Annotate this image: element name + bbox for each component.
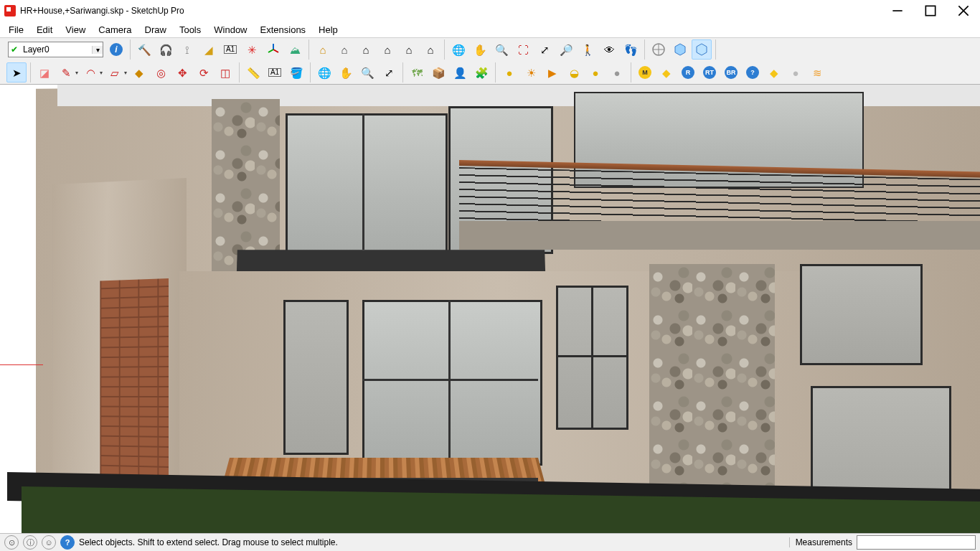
menu-draw[interactable]: Draw — [139, 22, 172, 37]
sandbox-icon[interactable]: ⛰ — [285, 39, 305, 60]
material-badge-button[interactable]: M — [635, 62, 655, 83]
axes-burst-icon[interactable]: ✳ — [242, 39, 262, 60]
grey-dot-button[interactable]: ● — [786, 62, 806, 83]
info-icon: i — [110, 43, 123, 56]
dome-light-icon[interactable]: ◒ — [564, 62, 584, 83]
menu-edit[interactable]: Edit — [31, 22, 58, 37]
sphere-light-icon[interactable]: ● — [499, 62, 519, 83]
protractor-icon[interactable]: ◢ — [199, 39, 219, 60]
move-tool-button[interactable]: ✥ — [172, 62, 192, 83]
maximize-button[interactable] — [914, 0, 947, 22]
toolbar-area: ✔ Layer0 ▾ i 🔨 🎧 ⟟ ◢ A1 ✳ ⛰ ⌂ ⌂ ⌂ ⌂ ⌂ ⌂ … — [0, 37, 980, 85]
3d-warehouse-icon[interactable]: 📦 — [428, 62, 448, 83]
zoom-extents-icon[interactable]: ⤢ — [534, 39, 555, 60]
measurements-input[interactable] — [857, 535, 976, 550]
front-view-icon[interactable] — [692, 39, 712, 60]
chevron-down-icon[interactable]: ▾ — [92, 46, 103, 54]
toolbar-row-2: ➤ ◪ ✎▾ ◠▾ ▱▾ ◆ ◎ ✥ ⟳ ◫ 📏 A1 🪣 🌐 ✋ 🔍 ⤢ 🗺 … — [0, 61, 980, 84]
menu-extensions[interactable]: Extensions — [255, 22, 312, 37]
render-r-button[interactable]: R — [678, 62, 698, 83]
select-tool-button[interactable]: ➤ — [6, 62, 27, 83]
zoom-selection-icon[interactable]: ⛶ — [513, 39, 533, 60]
zoom3-icon[interactable]: 🔍 — [357, 62, 377, 83]
orbit2-icon[interactable]: 🌐 — [314, 62, 334, 83]
menu-tools[interactable]: Tools — [174, 22, 207, 37]
menu-view[interactable]: View — [60, 22, 91, 37]
render-badges-group: M ◆ R RT BR ? ◆ ● ≋ — [631, 62, 831, 83]
status-hint: Select objects. Shift to extend select. … — [79, 537, 338, 547]
style-house5-icon[interactable]: ⌂ — [399, 39, 419, 60]
window-title: HR+House,+Sariwangi.skp - SketchUp Pro — [20, 6, 184, 16]
layer-dropdown[interactable]: ✔ Layer0 ▾ — [8, 42, 103, 57]
arc-tool-button[interactable]: ◠ — [80, 62, 100, 83]
paint-tool-button[interactable]: 🪣 — [286, 62, 306, 83]
render-br-button[interactable]: BR — [721, 62, 741, 83]
style-house6-icon[interactable]: ⌂ — [420, 39, 440, 60]
walk-icon[interactable]: 👣 — [621, 39, 641, 60]
mesh-light-icon[interactable]: ● — [607, 62, 627, 83]
viewport-3d[interactable] — [0, 85, 980, 535]
diamond-badge-button[interactable]: ◆ — [656, 62, 677, 83]
camera-group: 🌐 ✋ 🔍 ⛶ ⤢ 🔎 🚶 👁 👣 — [445, 39, 645, 60]
scale-tool-button[interactable]: ◫ — [215, 62, 235, 83]
style-house4-icon[interactable]: ⌂ — [377, 39, 397, 60]
extension-warehouse-icon[interactable]: 🧩 — [471, 62, 491, 83]
style-house1-icon[interactable]: ⌂ — [313, 39, 333, 60]
eraser-tool-button[interactable]: ◪ — [34, 62, 55, 83]
pushpull-tool-button[interactable]: ◆ — [129, 62, 149, 83]
user-status-icon[interactable]: ☺ — [42, 535, 56, 550]
orbit-icon[interactable]: 🌐 — [448, 39, 468, 60]
menu-help[interactable]: Help — [313, 22, 344, 37]
minimize-button[interactable] — [881, 0, 914, 22]
br-badge-icon: BR — [725, 66, 738, 79]
style-house2-icon[interactable]: ⌂ — [334, 39, 354, 60]
help-status-icon[interactable]: ? — [60, 535, 75, 550]
tape-tool-button[interactable]: 📏 — [243, 62, 263, 83]
menubar: File Edit View Camera Draw Tools Window … — [0, 22, 980, 37]
credits-status-icon[interactable]: ⓘ — [23, 535, 37, 550]
svg-rect-0 — [925, 6, 935, 15]
diamond2-badge-button[interactable]: ◆ — [764, 62, 784, 83]
position-camera-icon[interactable]: 🚶 — [578, 39, 598, 60]
geo-location-icon[interactable]: 🗺 — [407, 62, 427, 83]
menu-camera[interactable]: Camera — [93, 22, 137, 37]
line-tool-button[interactable]: ✎ — [56, 62, 76, 83]
hammer-icon[interactable]: 🔨 — [134, 39, 154, 60]
axes-3d-icon[interactable] — [263, 39, 283, 60]
iso-view-icon[interactable] — [649, 39, 669, 60]
render-rt-button[interactable]: RT — [699, 62, 720, 83]
pan2-icon[interactable]: ✋ — [336, 62, 356, 83]
measurements-box: Measurements — [789, 535, 976, 550]
dimension-a1-icon[interactable]: A1 — [220, 39, 240, 60]
point-light-icon[interactable]: ● — [585, 62, 606, 83]
titlebar: HR+House,+Sariwangi.skp - SketchUp Pro — [0, 0, 980, 22]
stripes-button[interactable]: ≋ — [807, 62, 827, 83]
menu-file[interactable]: File — [3, 22, 29, 37]
style-house3-icon[interactable]: ⌂ — [356, 39, 376, 60]
close-button[interactable] — [947, 0, 980, 22]
layer-info-button[interactable]: i — [106, 39, 126, 60]
edit-tools-group: ◪ ✎▾ ◠▾ ▱▾ ◆ ◎ ✥ ⟳ ◫ — [31, 62, 240, 83]
spot-light-icon[interactable]: ▶ — [542, 62, 562, 83]
offset-tool-button[interactable]: ◎ — [151, 62, 171, 83]
headphones-icon[interactable]: 🎧 — [156, 39, 176, 60]
menu-window[interactable]: Window — [208, 22, 253, 37]
pan-hand-icon[interactable]: ✋ — [470, 39, 490, 60]
app-icon — [4, 5, 16, 17]
rectangle-tool-button[interactable]: ▱ — [105, 62, 125, 83]
m-badge-icon: M — [639, 66, 651, 79]
text-tool-button[interactable]: A1 — [265, 62, 285, 83]
signin-icon[interactable]: 👤 — [450, 62, 470, 83]
views-group — [645, 39, 716, 60]
top-view-icon[interactable] — [670, 39, 690, 60]
sun-light-icon[interactable]: ☀ — [521, 62, 541, 83]
render-help-button[interactable]: ? — [743, 62, 763, 83]
rotate-tool-button[interactable]: ⟳ — [194, 62, 214, 83]
zoom-icon[interactable]: 🔍 — [491, 39, 512, 60]
zoom-extents2-icon[interactable]: ⤢ — [379, 62, 399, 83]
zoom-window-icon[interactable]: 🔎 — [556, 39, 576, 60]
look-around-icon[interactable]: 👁 — [599, 39, 619, 60]
geo-status-icon[interactable]: ⊙ — [4, 535, 19, 550]
r-badge-icon: R — [682, 66, 694, 79]
hanger-icon[interactable]: ⟟ — [177, 39, 197, 60]
